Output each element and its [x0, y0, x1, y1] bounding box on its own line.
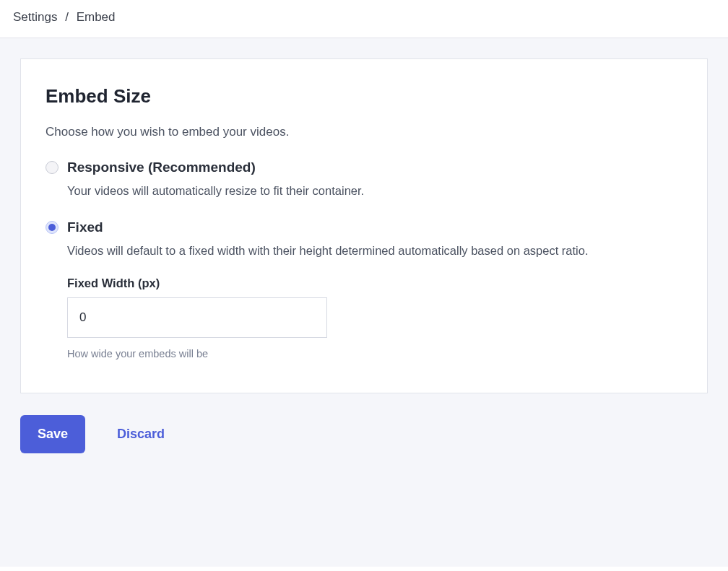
breadcrumb-parent[interactable]: Settings [13, 10, 57, 24]
fixed-width-field-block: Fixed Width (px) How wide your embeds wi… [67, 276, 682, 359]
breadcrumb: Settings / Embed [0, 0, 728, 38]
embed-size-card: Embed Size Choose how you wish to embed … [20, 58, 708, 393]
card-title: Embed Size [46, 85, 682, 108]
option-fixed-label: Fixed [67, 219, 103, 235]
fixed-width-input[interactable] [67, 297, 327, 338]
option-fixed-description: Videos will default to a fixed width wit… [67, 244, 682, 258]
card-intro: Choose how you wish to embed your videos… [46, 125, 682, 139]
radio-fixed[interactable] [46, 221, 58, 234]
fixed-width-help: How wide your embeds will be [67, 348, 682, 359]
radio-responsive[interactable] [46, 161, 58, 174]
form-actions: Save Discard [20, 415, 708, 453]
fixed-width-label: Fixed Width (px) [67, 276, 682, 290]
option-responsive-description: Your videos will automatically resize to… [67, 184, 682, 198]
option-responsive: Responsive (Recommended) Your videos wil… [46, 160, 682, 198]
option-responsive-header[interactable]: Responsive (Recommended) [46, 160, 682, 175]
page-body: Embed Size Choose how you wish to embed … [0, 38, 728, 567]
option-fixed-header[interactable]: Fixed [46, 219, 682, 235]
save-button[interactable]: Save [20, 415, 85, 453]
breadcrumb-current: Embed [77, 10, 116, 24]
breadcrumb-separator: / [65, 10, 69, 24]
option-fixed: Fixed Videos will default to a fixed wid… [46, 219, 682, 359]
option-responsive-label: Responsive (Recommended) [67, 160, 256, 175]
discard-button[interactable]: Discard [117, 427, 165, 442]
